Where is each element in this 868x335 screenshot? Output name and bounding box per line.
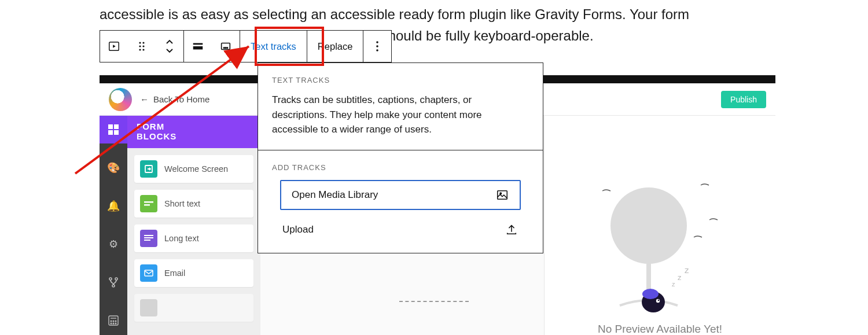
bell-icon: 🔔 <box>107 200 120 212</box>
svg-rect-38 <box>145 270 153 276</box>
block-short-text[interactable]: Short text <box>134 190 253 218</box>
back-to-home-link[interactable]: ← Back To Home <box>109 88 209 111</box>
rail-notifications[interactable]: 🔔 <box>100 192 127 220</box>
svg-point-43 <box>656 299 659 303</box>
svg-rect-17 <box>108 124 113 129</box>
publish-button[interactable]: Publish <box>721 91 766 108</box>
svg-point-12 <box>227 47 228 49</box>
palette-icon: 🎨 <box>107 161 120 174</box>
svg-point-2 <box>142 42 144 43</box>
svg-point-1 <box>139 42 141 43</box>
enter-icon <box>140 160 157 178</box>
preview-caption: No Preview Available Yet! <box>598 323 722 335</box>
block-toolbar: Text tracks Replace <box>100 30 392 62</box>
svg-rect-48 <box>498 190 507 199</box>
replace-button[interactable]: Replace <box>307 31 363 62</box>
rail-logic[interactable] <box>100 268 127 296</box>
svg-rect-8 <box>193 46 203 50</box>
svg-rect-19 <box>108 130 113 135</box>
left-rail: 🎨 🔔 ⚙ <box>100 116 127 335</box>
svg-point-44 <box>657 300 659 301</box>
email-icon <box>140 264 157 282</box>
svg-point-15 <box>377 49 379 51</box>
svg-point-27 <box>113 321 114 322</box>
svg-point-49 <box>500 192 502 194</box>
svg-point-21 <box>109 278 112 280</box>
aspect-button[interactable] <box>212 31 240 62</box>
aspect-icon <box>219 40 232 53</box>
svg-text:z: z <box>678 273 682 282</box>
svg-point-42 <box>642 289 659 299</box>
text-tracks-popover: TEXT TRACKS Tracks can be subtitles, cap… <box>258 62 543 253</box>
preview-pane: z z z No Preview Available Yet! <box>544 116 775 335</box>
svg-point-3 <box>139 45 141 47</box>
more-options-button[interactable] <box>363 31 391 62</box>
app-logo-icon <box>109 88 132 111</box>
sidebar-title: FORM BLOCKS <box>127 116 260 148</box>
drag-icon <box>138 41 146 51</box>
upload-track-button[interactable]: Upload <box>272 215 529 245</box>
rail-calculator[interactable] <box>100 307 127 334</box>
block-placeholder[interactable] <box>134 294 253 322</box>
svg-rect-33 <box>144 201 153 203</box>
video-block-icon <box>108 40 120 53</box>
arrow-left-icon: ← <box>140 94 149 104</box>
rail-settings[interactable]: ⚙ <box>100 230 127 258</box>
gear-icon: ⚙ <box>109 238 118 251</box>
rail-blocks[interactable] <box>100 116 127 143</box>
svg-rect-36 <box>144 237 153 238</box>
svg-point-5 <box>139 49 141 50</box>
svg-point-29 <box>111 323 112 324</box>
svg-point-14 <box>377 45 379 47</box>
drop-indicator <box>399 301 469 302</box>
svg-rect-20 <box>114 130 119 135</box>
svg-point-31 <box>115 323 116 324</box>
branch-icon <box>108 277 119 288</box>
open-media-library-button[interactable]: Open Media Library <box>280 180 521 210</box>
chevrons-updown-icon <box>165 39 174 54</box>
popover-description: Tracks can be subtitles, captions, chapt… <box>272 93 529 137</box>
drag-handle[interactable] <box>128 31 156 62</box>
svg-rect-18 <box>114 124 119 129</box>
svg-point-28 <box>115 321 116 322</box>
svg-point-26 <box>111 321 112 322</box>
align-button[interactable] <box>184 31 212 62</box>
placeholder-icon <box>140 299 157 316</box>
text-tracks-button[interactable]: Text tracks <box>240 31 307 62</box>
popover-heading-add: ADD TRACKS <box>272 163 529 172</box>
move-buttons[interactable] <box>156 31 183 62</box>
svg-rect-34 <box>144 204 150 206</box>
popover-heading-tracks: TEXT TRACKS <box>272 76 529 84</box>
grid-icon <box>108 124 119 135</box>
short-text-icon <box>140 195 157 212</box>
article-line-2-right: should be fully keyboard-operable. <box>381 28 594 43</box>
preview-illustration: z z z <box>585 168 735 318</box>
svg-rect-35 <box>144 235 153 236</box>
svg-point-39 <box>610 187 687 264</box>
long-text-icon <box>140 230 157 247</box>
block-email[interactable]: Email <box>134 259 253 287</box>
svg-text:z: z <box>672 281 675 288</box>
sidebar-panel: FORM BLOCKS Welcome Screen Short text <box>127 116 260 335</box>
svg-rect-7 <box>193 43 203 45</box>
calculator-icon <box>108 315 119 326</box>
svg-point-4 <box>142 45 144 47</box>
align-icon <box>192 40 204 53</box>
svg-point-10 <box>223 47 225 49</box>
svg-text:z: z <box>685 265 689 275</box>
block-long-text[interactable]: Long text <box>134 224 253 252</box>
svg-point-22 <box>115 278 117 280</box>
image-icon <box>495 188 509 202</box>
rail-theme[interactable]: 🎨 <box>100 154 127 182</box>
svg-point-13 <box>377 41 379 43</box>
svg-point-23 <box>112 285 115 287</box>
block-welcome-screen[interactable]: Welcome Screen <box>134 155 253 183</box>
upload-icon <box>505 223 518 237</box>
more-vertical-icon <box>376 41 379 52</box>
svg-point-11 <box>225 47 226 49</box>
svg-rect-37 <box>144 240 150 241</box>
block-type-button[interactable] <box>100 31 128 62</box>
svg-point-6 <box>142 49 144 50</box>
article-line-1: accessible is as easy as selecting an ac… <box>100 6 689 22</box>
svg-point-30 <box>113 323 114 324</box>
